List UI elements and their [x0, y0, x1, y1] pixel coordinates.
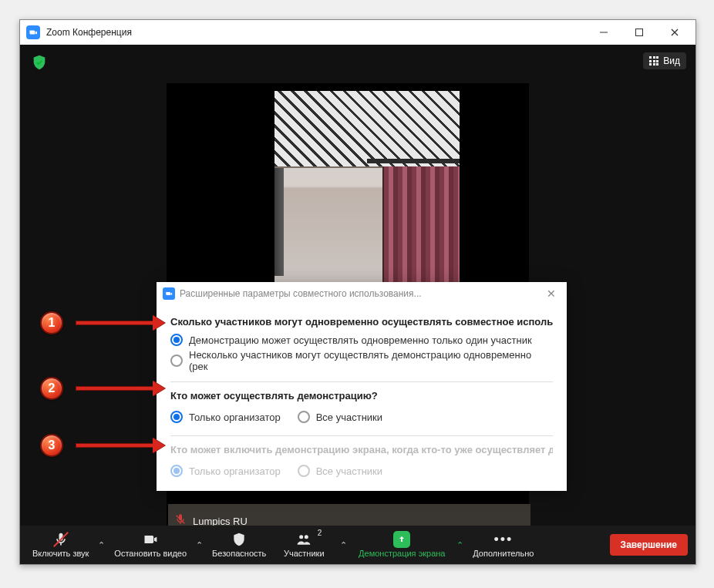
separator [170, 381, 553, 382]
share-screen-button[interactable]: Демонстрация экрана [352, 530, 452, 559]
camera-icon [143, 532, 158, 547]
question-2: Кто может осуществлять демонстрацию? [170, 390, 553, 402]
participants-label: Участники [284, 549, 325, 558]
participants-chevron-icon[interactable]: ⌃ [337, 540, 350, 550]
video-content [274, 91, 460, 168]
participants-count: 2 [318, 529, 322, 537]
more-button[interactable]: ••• Дополнительно [468, 530, 538, 559]
more-dots-icon: ••• [493, 532, 513, 547]
option-label: Демонстрацию может осуществлять одноврем… [189, 334, 532, 346]
window-title: Zoom Конференция [46, 27, 132, 38]
dialog-title: Расширенные параметры совместного исполь… [180, 288, 542, 299]
participants-icon [296, 532, 312, 547]
question-1: Сколько участников могут одновременно ос… [170, 316, 553, 328]
annotation-marker-2: 2 [40, 377, 63, 400]
radio-icon [298, 465, 310, 477]
dialog-section-1: Сколько участников могут одновременно ос… [170, 316, 553, 372]
annotation-arrow-3 [76, 439, 165, 452]
shield-icon [231, 532, 247, 547]
dialog-section-3: Кто может включить демонстрацию экрана, … [170, 444, 553, 480]
video-content [274, 168, 284, 276]
annotation-marker-3: 3 [40, 434, 63, 457]
security-button[interactable]: Безопасность [207, 530, 271, 559]
radio-icon [170, 411, 183, 423]
radio-icon [298, 411, 310, 423]
video-label: Остановить видео [114, 549, 187, 558]
video-tile[interactable] [274, 91, 460, 303]
share-label: Демонстрация экрана [359, 549, 445, 558]
zoom-logo-icon [26, 25, 40, 39]
radio-icon [170, 334, 183, 346]
option-label: Только организатор [189, 412, 281, 423]
advanced-sharing-dialog: Расширенные параметры совместного исполь… [157, 282, 567, 491]
option-3-1: Только организатор [170, 465, 281, 477]
encryption-shield-icon[interactable] [31, 54, 48, 71]
share-chevron-icon[interactable]: ⌃ [453, 540, 466, 550]
grid-icon [649, 56, 658, 66]
dialog-titlebar: Расширенные параметры совместного исполь… [157, 282, 567, 305]
option-label: Все участники [316, 465, 382, 477]
audio-chevron-icon[interactable]: ⌃ [95, 540, 108, 550]
option-1-2[interactable]: Несколько участников могут осуществлять … [170, 349, 553, 372]
share-icon [393, 532, 410, 547]
participants-button[interactable]: 2 Участники [272, 530, 335, 559]
view-mode-button[interactable]: Вид [643, 52, 686, 69]
option-2-1[interactable]: Только организатор [170, 411, 281, 423]
option-3-2: Все участники [298, 465, 382, 477]
video-button[interactable]: Остановить видео [109, 530, 191, 559]
annotation-arrow-1 [76, 317, 165, 329]
window-minimize-button[interactable] [586, 20, 621, 45]
separator [170, 435, 553, 436]
option-label: Только организатор [189, 465, 281, 477]
view-label: Вид [663, 55, 680, 66]
video-content [367, 159, 460, 163]
zoom-logo-icon [163, 287, 175, 300]
video-chevron-icon[interactable]: ⌃ [193, 540, 206, 550]
dialog-body: Сколько участников могут одновременно ос… [157, 305, 567, 491]
radio-icon [170, 354, 183, 367]
end-meeting-button[interactable]: Завершение [610, 534, 688, 556]
security-label: Безопасность [212, 549, 266, 558]
radio-icon [170, 465, 183, 477]
mic-muted-icon [53, 532, 69, 547]
audio-button[interactable]: Включить звук [28, 530, 93, 559]
dialog-close-button[interactable]: ✕ [542, 284, 561, 303]
bottom-toolbar: Включить звук ⌃ Остановить видео ⌃ Безоп… [20, 526, 695, 564]
audio-label: Включить звук [32, 549, 89, 558]
svg-rect-0 [600, 32, 608, 33]
svg-rect-1 [636, 29, 643, 36]
window-close-button[interactable] [657, 20, 692, 45]
annotation-marker-1: 1 [40, 311, 63, 334]
titlebar: Zoom Конференция [20, 20, 695, 45]
question-3: Кто может включить демонстрацию экрана, … [170, 444, 553, 455]
window-maximize-button[interactable] [621, 20, 657, 45]
option-2-2[interactable]: Все участники [298, 411, 382, 423]
option-1-1[interactable]: Демонстрацию может осуществлять одноврем… [170, 334, 553, 346]
annotation-arrow-2 [76, 382, 165, 395]
option-label: Все участники [316, 412, 382, 423]
dialog-section-2: Кто может осуществлять демонстрацию? Тол… [170, 390, 553, 426]
more-label: Дополнительно [473, 549, 534, 558]
option-label: Несколько участников могут осуществлять … [189, 349, 553, 372]
